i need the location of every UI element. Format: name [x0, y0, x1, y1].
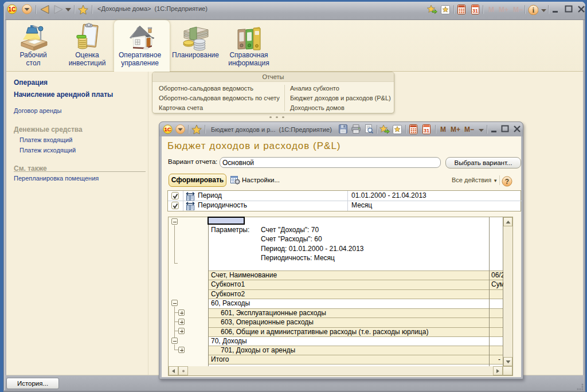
- svg-text:31: 31: [472, 8, 478, 14]
- svg-text:?: ?: [505, 178, 509, 186]
- svg-text:1С: 1С: [164, 126, 171, 132]
- svg-text:31: 31: [424, 128, 429, 134]
- svg-text:1С: 1С: [9, 6, 16, 13]
